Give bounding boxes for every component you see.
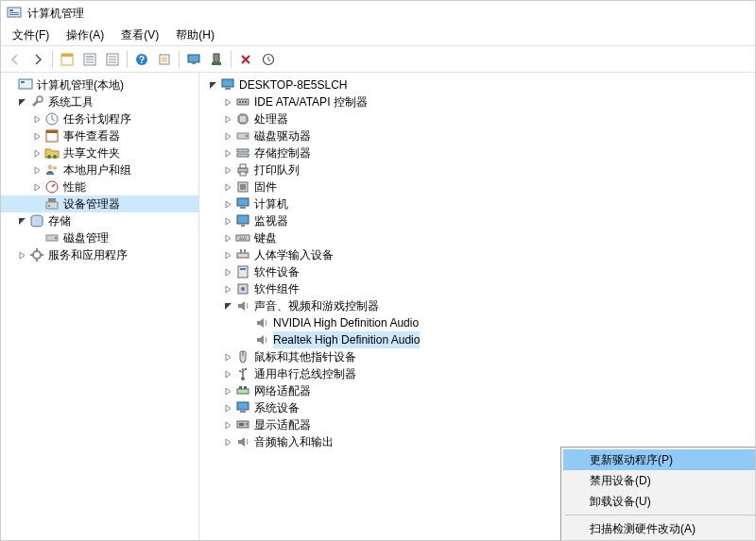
expander-closed-icon[interactable] bbox=[222, 385, 233, 397]
monitor-button[interactable] bbox=[183, 49, 204, 70]
svg-rect-65 bbox=[240, 268, 246, 270]
scan-button[interactable] bbox=[258, 49, 279, 70]
expander-closed-icon[interactable] bbox=[222, 283, 233, 295]
expander-open-icon[interactable] bbox=[16, 215, 27, 227]
expander-closed-icon[interactable] bbox=[222, 113, 233, 125]
ctx-update-driver[interactable]: 更新驱动程序(P) bbox=[563, 449, 755, 470]
expander-closed-icon[interactable] bbox=[222, 232, 233, 244]
device-mouse[interactable]: 鼠标和其他指针设备 bbox=[199, 348, 755, 365]
tree-event-viewer[interactable]: 事件查看器 bbox=[1, 127, 198, 144]
device-monitor[interactable]: 监视器 bbox=[199, 212, 755, 229]
menu-action[interactable]: 操作(A) bbox=[59, 25, 112, 45]
menu-file[interactable]: 文件(F) bbox=[5, 25, 57, 45]
expander-closed-icon[interactable] bbox=[31, 130, 43, 142]
event-viewer-icon bbox=[44, 128, 60, 144]
mouse-icon bbox=[235, 349, 250, 364]
expander-closed-icon[interactable] bbox=[31, 147, 43, 159]
device-disk-drives[interactable]: 磁盘驱动器 bbox=[199, 127, 755, 144]
tree-disk-management[interactable]: 磁盘管理 bbox=[1, 229, 198, 246]
expander-closed-icon[interactable] bbox=[222, 96, 233, 108]
device-keyboard[interactable]: 键盘 bbox=[199, 229, 755, 246]
device-print-queues[interactable]: 打印队列 bbox=[199, 161, 755, 178]
monitor-icon bbox=[235, 213, 250, 228]
expander-open-icon[interactable] bbox=[16, 96, 27, 108]
tree-system-tools[interactable]: 系统工具 bbox=[1, 93, 198, 110]
ctx-uninstall-device[interactable]: 卸载设备(U) bbox=[563, 491, 755, 512]
device-button[interactable] bbox=[206, 49, 227, 70]
device-sound-realtek[interactable]: Realtek High Definition Audio bbox=[199, 331, 755, 348]
export-button[interactable] bbox=[102, 49, 123, 70]
svg-rect-20 bbox=[212, 62, 221, 65]
device-software-comp[interactable]: 软件组件 bbox=[199, 280, 755, 297]
menu-view[interactable]: 查看(V) bbox=[113, 25, 166, 45]
device-sound-nvidia[interactable]: NVIDIA High Definition Audio bbox=[199, 314, 755, 331]
device-system[interactable]: 系统设备 bbox=[199, 399, 755, 416]
expander-closed-icon[interactable] bbox=[31, 113, 43, 125]
device-hid[interactable]: 人体学输入设备 bbox=[199, 246, 755, 263]
menu-help[interactable]: 帮助(H) bbox=[168, 25, 222, 45]
device-sound[interactable]: 声音、视频和游戏控制器 bbox=[199, 297, 755, 314]
device-firmware[interactable]: 固件 bbox=[199, 178, 755, 195]
expander-closed-icon[interactable] bbox=[222, 419, 233, 431]
delete-button[interactable] bbox=[235, 49, 256, 70]
expander-closed-icon[interactable] bbox=[222, 402, 233, 414]
expander-closed-icon[interactable] bbox=[31, 181, 43, 193]
left-tree-pane[interactable]: 计算机管理(本地) 系统工具 任务计划程序 事件查看器 共享文件夹 bbox=[1, 73, 199, 540]
svg-rect-3 bbox=[9, 14, 19, 15]
device-manager-pane[interactable]: DESKTOP-8E5SLCH IDE ATA/ATAPI 控制器 处理器 磁盘… bbox=[199, 73, 755, 540]
expander-closed-icon[interactable] bbox=[222, 147, 233, 159]
action-button[interactable] bbox=[154, 49, 175, 70]
help-button[interactable]: ? bbox=[131, 49, 152, 70]
expander-open-icon[interactable] bbox=[207, 79, 218, 91]
expander-closed-icon[interactable] bbox=[222, 215, 233, 227]
tree-services-apps[interactable]: 服务和应用程序 bbox=[1, 246, 198, 263]
svg-rect-33 bbox=[46, 202, 58, 209]
device-storage-ctrl[interactable]: 存储控制器 bbox=[199, 144, 755, 161]
keyboard-icon bbox=[235, 230, 250, 245]
svg-rect-44 bbox=[242, 101, 244, 103]
properties-button[interactable] bbox=[79, 49, 100, 70]
tree-root-local[interactable]: 计算机管理(本地) bbox=[1, 76, 198, 93]
device-usb[interactable]: 通用串行总线控制器 bbox=[199, 365, 755, 382]
tree-label: 设备管理器 bbox=[63, 195, 120, 212]
device-root[interactable]: DESKTOP-8E5SLCH bbox=[199, 76, 755, 93]
forward-button[interactable] bbox=[27, 49, 48, 70]
tree-local-users[interactable]: 本地用户和组 bbox=[1, 161, 198, 178]
device-network[interactable]: 网络适配器 bbox=[199, 382, 755, 399]
tree-storage[interactable]: 存储 bbox=[1, 212, 198, 229]
expander-closed-icon[interactable] bbox=[222, 164, 233, 176]
back-button[interactable] bbox=[5, 49, 26, 70]
svg-rect-60 bbox=[236, 235, 249, 241]
expander-closed-icon[interactable] bbox=[16, 249, 27, 261]
expander-closed-icon[interactable] bbox=[222, 266, 233, 278]
svg-rect-56 bbox=[237, 198, 249, 206]
expander-closed-icon[interactable] bbox=[222, 198, 233, 210]
svg-point-38 bbox=[55, 237, 57, 239]
expander-closed-icon[interactable] bbox=[222, 181, 233, 193]
expander-closed-icon[interactable] bbox=[222, 130, 233, 142]
device-software-dev[interactable]: 软件设备 bbox=[199, 263, 755, 280]
tree-shared-folders[interactable]: 共享文件夹 bbox=[1, 144, 198, 161]
expander-closed-icon[interactable] bbox=[222, 368, 233, 380]
tree-label: 计算机管理(本地) bbox=[37, 76, 124, 93]
tree-device-manager[interactable]: 设备管理器 bbox=[1, 195, 198, 212]
expander-closed-icon[interactable] bbox=[222, 351, 233, 363]
svg-point-24 bbox=[37, 96, 43, 102]
show-hide-tree-button[interactable] bbox=[57, 49, 77, 70]
computer-management-icon bbox=[18, 77, 33, 93]
svg-point-71 bbox=[239, 370, 241, 372]
device-cpu[interactable]: 处理器 bbox=[199, 110, 755, 127]
device-computer[interactable]: 计算机 bbox=[199, 195, 755, 212]
expander-closed-icon[interactable] bbox=[222, 436, 233, 448]
tree-performance[interactable]: 性能 bbox=[1, 178, 198, 195]
tree-label: 存储控制器 bbox=[254, 144, 311, 161]
expander-closed-icon[interactable] bbox=[222, 249, 233, 261]
expander-closed-icon[interactable] bbox=[31, 164, 43, 176]
device-display[interactable]: 显示适配器 bbox=[199, 416, 755, 433]
tree-label: 软件组件 bbox=[254, 280, 300, 297]
ctx-disable-device[interactable]: 禁用设备(D) bbox=[563, 470, 755, 491]
device-ide[interactable]: IDE ATA/ATAPI 控制器 bbox=[199, 93, 755, 110]
tree-task-scheduler[interactable]: 任务计划程序 bbox=[1, 110, 198, 127]
expander-open-icon[interactable] bbox=[222, 300, 233, 312]
ctx-scan-hardware[interactable]: 扫描检测硬件改动(A) bbox=[563, 518, 755, 539]
